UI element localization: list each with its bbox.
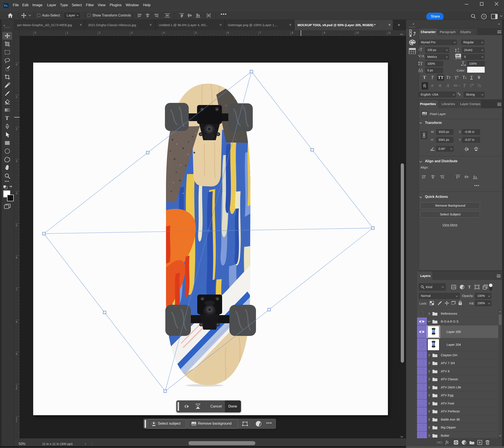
- svg-text:A: A: [457, 50, 459, 53]
- svg-text:A: A: [418, 68, 421, 72]
- svg-text:?: ?: [483, 15, 485, 19]
- svg-text:a: a: [421, 68, 422, 71]
- svg-text:A: A: [457, 47, 459, 50]
- svg-text:T: T: [462, 60, 464, 65]
- svg-text:T: T: [420, 61, 423, 66]
